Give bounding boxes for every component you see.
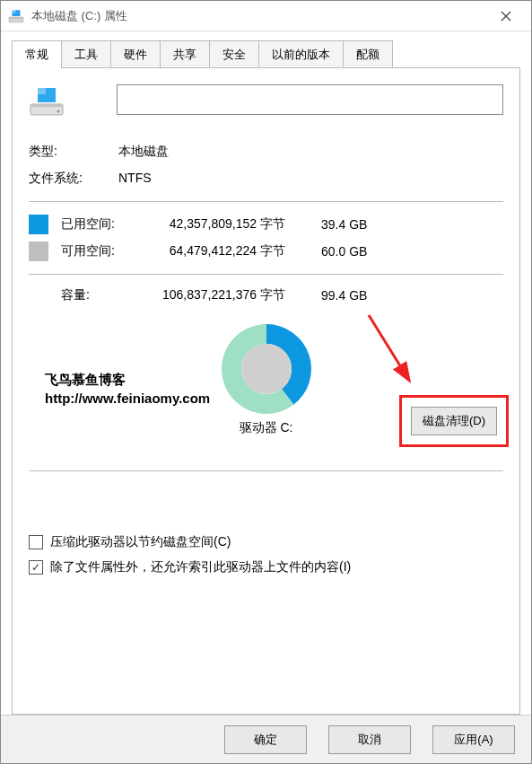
divider (29, 201, 503, 202)
divider (29, 470, 503, 471)
cleanup-highlight-box: 磁盘清理(D) (399, 395, 509, 447)
apply-button[interactable]: 应用(A) (432, 725, 515, 754)
capacity-bytes: 106,837,221,376 字节 (142, 287, 321, 303)
free-bytes: 64,479,412,224 字节 (142, 243, 321, 259)
compress-label: 压缩此驱动器以节约磁盘空间(C) (50, 534, 231, 550)
tab-3[interactable]: 共享 (160, 40, 210, 68)
capacity-label: 容量: (61, 287, 142, 303)
svg-rect-8 (38, 88, 46, 94)
drive-icon (8, 8, 24, 24)
index-label: 除了文件属性外，还允许索引此驱动器上文件的内容(I) (50, 559, 351, 575)
svg-line-10 (369, 315, 408, 379)
used-color-swatch (29, 215, 48, 234)
annotation-arrow (360, 311, 423, 391)
compress-checkbox-row[interactable]: 压缩此驱动器以节约磁盘空间(C) (29, 534, 503, 550)
tab-4[interactable]: 安全 (209, 40, 259, 68)
tab-1[interactable]: 工具 (61, 40, 111, 68)
cancel-button[interactable]: 取消 (328, 725, 411, 754)
compress-checkbox[interactable] (29, 535, 43, 549)
dialog-footer: 确定 取消 应用(A) (1, 715, 531, 763)
filesystem-value: NTFS (118, 171, 503, 187)
used-gb: 39.4 GB (321, 217, 393, 232)
usage-chart-area: 飞鸟慕鱼博客 http://www.feiniaomy.com 驱动器 C: 磁… (29, 320, 503, 436)
drive-large-icon (29, 84, 65, 119)
watermark-line2: http://www.feiniaomy.com (45, 389, 210, 408)
index-checkbox[interactable]: ✓ (29, 560, 43, 575)
watermark-overlay: 飞鸟慕鱼博客 http://www.feiniaomy.com (45, 370, 210, 408)
watermark-line1: 飞鸟慕鱼博客 (45, 370, 210, 389)
close-icon (501, 11, 511, 22)
index-checkbox-row[interactable]: ✓ 除了文件属性外，还允许索引此驱动器上文件的内容(I) (29, 559, 503, 575)
tab-panel-general: 类型: 本地磁盘 文件系统: NTFS 已用空间: 42,357,809,152… (12, 67, 520, 715)
used-label: 已用空间: (61, 216, 142, 233)
svg-point-9 (241, 344, 292, 394)
window-title: 本地磁盘 (C:) 属性 (31, 8, 488, 24)
ok-button[interactable]: 确定 (224, 725, 307, 754)
drive-name-input[interactable] (117, 84, 503, 115)
filesystem-label: 文件系统: (29, 171, 118, 187)
used-bytes: 42,357,809,152 字节 (142, 216, 321, 233)
svg-rect-1 (9, 17, 23, 19)
type-label: 类型: (29, 144, 118, 160)
capacity-gb: 99.4 GB (321, 288, 393, 303)
disk-cleanup-button[interactable]: 磁盘清理(D) (411, 407, 497, 435)
svg-rect-3 (13, 10, 16, 13)
free-label: 可用空间: (61, 243, 142, 259)
properties-window: 本地磁盘 (C:) 属性 常规工具硬件共享安全以前的版本配额 类型: (0, 0, 532, 764)
tab-0[interactable]: 常规 (12, 40, 62, 68)
tab-5[interactable]: 以前的版本 (258, 40, 344, 68)
content-area: 常规工具硬件共享安全以前的版本配额 类型: 本地磁盘 文件系统: NTFS (1, 31, 531, 715)
tab-2[interactable]: 硬件 (110, 40, 161, 68)
free-gb: 60.0 GB (321, 244, 393, 259)
type-value: 本地磁盘 (118, 144, 503, 160)
tabstrip: 常规工具硬件共享安全以前的版本配额 (12, 40, 520, 68)
svg-point-6 (57, 110, 60, 113)
free-color-swatch (29, 241, 48, 261)
divider (29, 274, 503, 275)
tab-6[interactable]: 配额 (343, 40, 393, 68)
titlebar: 本地磁盘 (C:) 属性 (1, 1, 531, 31)
svg-rect-5 (31, 104, 63, 107)
usage-donut-chart (217, 320, 316, 418)
close-button[interactable] (488, 1, 524, 31)
